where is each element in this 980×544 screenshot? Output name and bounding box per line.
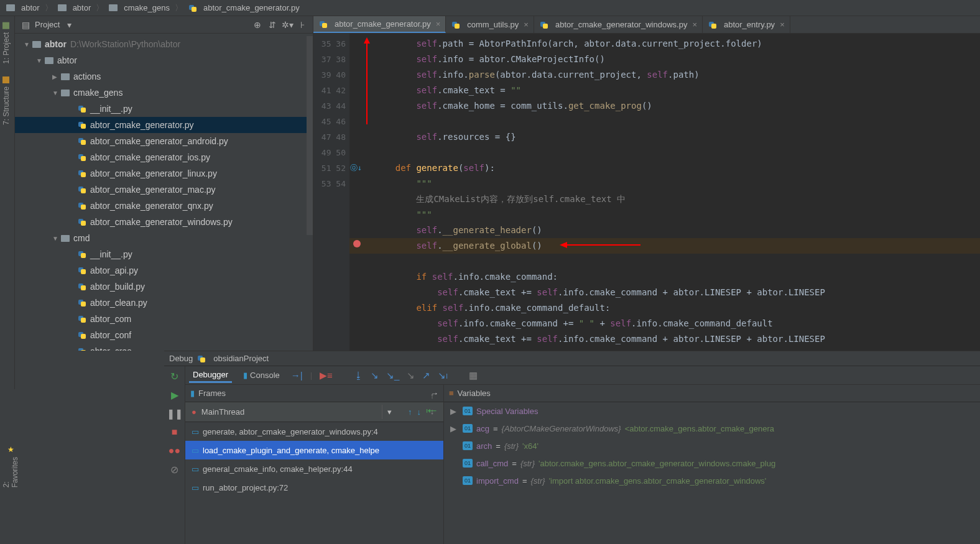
tree-node[interactable]: abtor_cmake_generator_ios.py: [15, 149, 313, 165]
tree-node[interactable]: abtor_cmake_generator_linux.py: [15, 165, 313, 182]
breadcrumb-item[interactable]: abtor: [54, 3, 95, 12]
variable-row[interactable]: 01call_cmd = {str} 'abtor.cmake_gens.abt…: [444, 454, 980, 472]
output-toggle-icon[interactable]: →|: [291, 370, 303, 380]
tree-node[interactable]: abtor_cmake_generator_qnx.py: [15, 198, 313, 214]
tree-label: abtor_cmake_generator_android.py: [90, 136, 228, 146]
expand-arrow-icon[interactable]: ▼: [36, 57, 45, 64]
locate-icon[interactable]: ⊕: [252, 19, 263, 30]
mute-breakpoints-icon[interactable]: ⊘: [169, 463, 181, 476]
gutter[interactable]: 35 36 37 38 39 40 41 42 43 44 45 46 47 4…: [313, 34, 349, 351]
tree-node[interactable]: abtor_cmake_generator_windows.py: [15, 214, 313, 230]
tree-node[interactable]: __init__.py: [15, 246, 313, 262]
tree-label: abtor_cmake_generator_ios.py: [90, 152, 210, 162]
close-tab-icon[interactable]: ×: [692, 20, 697, 29]
editor-tab[interactable]: abtor_entry.py×: [703, 16, 790, 33]
variable-row[interactable]: 01arch = {str} 'x64': [444, 437, 980, 454]
run-to-cursor-icon[interactable]: ↘I: [438, 370, 448, 381]
debug-title-bar[interactable]: Debug obsidianProject: [164, 351, 980, 366]
editor-tabs: abtor_cmake_generator.py×comm_utils.py×a…: [313, 16, 980, 34]
step-into-icon[interactable]: ↘: [371, 370, 379, 381]
tree-node[interactable]: abtor_cmake_generator_android.py: [15, 133, 313, 149]
breadcrumb-item[interactable]: abtor_cmake_generator.py: [184, 3, 303, 13]
python-icon: [77, 314, 87, 324]
project-tree[interactable]: ▼abtorD:\WorkStation\Python\abtor▼abtor▶…: [15, 34, 313, 351]
expand-arrow-icon[interactable]: ▶: [52, 73, 61, 80]
tree-node[interactable]: ▼cmd: [15, 230, 313, 246]
project-label[interactable]: Project: [35, 20, 60, 29]
expand-icon[interactable]: ▶: [450, 424, 459, 433]
step-out-icon[interactable]: ↗: [422, 370, 430, 381]
view-breakpoints-icon[interactable]: ●●: [169, 445, 181, 457]
python-icon: [77, 185, 87, 195]
dropdown-icon[interactable]: ▾: [63, 19, 75, 30]
tree-node[interactable]: __init__.py: [15, 101, 313, 117]
variable-row[interactable]: ▶01acg = {AbtorCMakeGeneratorWindows} <a…: [444, 420, 980, 437]
tree-label: actions: [73, 71, 101, 81]
settings-gear-icon[interactable]: ✲▾: [282, 19, 293, 30]
tree-node[interactable]: abtor_api.py: [15, 262, 313, 279]
debugger-tab[interactable]: Debugger: [189, 368, 232, 383]
thread-dropdown-icon[interactable]: ▾: [382, 405, 397, 419]
rail-item[interactable]: 1: Project: [0, 16, 12, 70]
console-tab[interactable]: ▮Console: [239, 369, 284, 382]
variable-row[interactable]: ▶01Special Variables: [444, 402, 980, 420]
show-execution-point-icon[interactable]: ▶≡: [320, 370, 333, 381]
rail-item[interactable]: 7: Structure: [0, 70, 12, 131]
tree-node[interactable]: ▼abtorD:\WorkStation\Python\abtor: [15, 36, 313, 52]
frame-up-icon[interactable]: ↑: [430, 391, 435, 400]
stack-frame[interactable]: ▭run_abtor_project.py:72: [185, 478, 443, 497]
editor-tab[interactable]: comm_utils.py×: [446, 16, 534, 33]
collapse-all-icon[interactable]: ⇵: [267, 19, 278, 30]
code-editor[interactable]: self.path = AbtorPathInfo(arch, abtor.da…: [349, 34, 980, 351]
thread-name: MainThread: [201, 407, 377, 417]
editor-tab[interactable]: abtor_cmake_generator.py×: [313, 16, 446, 33]
step-into-my-code-icon[interactable]: ↘_: [386, 370, 399, 381]
close-tab-icon[interactable]: ×: [780, 20, 785, 29]
tree-node[interactable]: abtor_crea: [15, 343, 313, 351]
pause-icon[interactable]: ❚❚: [169, 407, 181, 420]
frame-icon: ▭: [192, 446, 199, 455]
breadcrumb-item[interactable]: cmake_gens: [105, 3, 173, 12]
prev-frame-icon[interactable]: ↑: [408, 407, 412, 417]
scrollbar-thumb[interactable]: [307, 36, 313, 235]
frames-panel: ▮ Frames → ● MainThread ▾ ↑ ↓ ⭰ ▭generat…: [185, 385, 444, 544]
next-frame-icon[interactable]: ↓: [417, 407, 422, 417]
evaluate-expression-icon[interactable]: ▦: [469, 370, 478, 381]
expand-arrow-icon[interactable]: ▼: [24, 41, 32, 48]
tree-node[interactable]: abtor_conf: [15, 327, 313, 343]
close-tab-icon[interactable]: ×: [436, 19, 441, 29]
frame-icon: ▭: [192, 427, 199, 436]
expand-arrow-icon[interactable]: ▼: [52, 235, 61, 242]
stack-frame[interactable]: ▭generate, abtor_cmake_generator_windows…: [185, 422, 443, 441]
frame-down-icon[interactable]: ↓: [430, 407, 435, 416]
close-tab-icon[interactable]: ×: [524, 20, 529, 29]
tree-node[interactable]: abtor_clean.py: [15, 295, 313, 311]
tree-node[interactable]: abtor_com: [15, 311, 313, 327]
tree-node[interactable]: abtor_cmake_generator_mac.py: [15, 182, 313, 198]
python-icon: [77, 168, 87, 178]
variable-row[interactable]: 01import_cmd = {str} 'import abtor.cmake…: [444, 472, 980, 489]
tree-node[interactable]: abtor_build.py: [15, 279, 313, 295]
rerun-icon[interactable]: ↻: [169, 370, 181, 382]
stack-frame[interactable]: ▭general_cmake_info, cmake_helper.py:44: [185, 459, 443, 478]
tree-node[interactable]: ▶actions: [15, 68, 313, 85]
folder-icon: [61, 90, 70, 96]
force-step-into-icon[interactable]: ↘: [407, 370, 415, 381]
stack-frame[interactable]: ▭load_cmake_plugin_and_generate, cmake_h…: [185, 441, 443, 459]
python-icon: [451, 20, 461, 30]
tree-node[interactable]: ▼abtor: [15, 52, 313, 68]
expand-arrow-icon[interactable]: ▼: [52, 90, 61, 96]
editor-tab[interactable]: abtor_cmake_generator_windows.py×: [534, 16, 703, 33]
left-tool-rail: 1: Project7: Structure2: Favorites★: [0, 16, 15, 389]
hide-icon[interactable]: ⊦: [297, 19, 308, 30]
resume-icon[interactable]: ▶: [169, 389, 181, 401]
expand-icon[interactable]: ▶: [450, 407, 459, 416]
thread-selector[interactable]: ● MainThread ▾ ↑ ↓ ⭰: [185, 402, 443, 422]
project-view-icon[interactable]: ▤: [20, 19, 31, 30]
rail-item-favorites[interactable]: 2: Favorites★: [0, 439, 21, 494]
tree-node[interactable]: abtor_cmake_generator.py: [15, 117, 313, 133]
step-over-icon[interactable]: ⭳: [354, 370, 363, 380]
stop-icon[interactable]: ■: [169, 426, 181, 438]
tree-node[interactable]: ▼cmake_gens: [15, 85, 313, 101]
breadcrumb-item[interactable]: abtor: [2, 3, 44, 12]
